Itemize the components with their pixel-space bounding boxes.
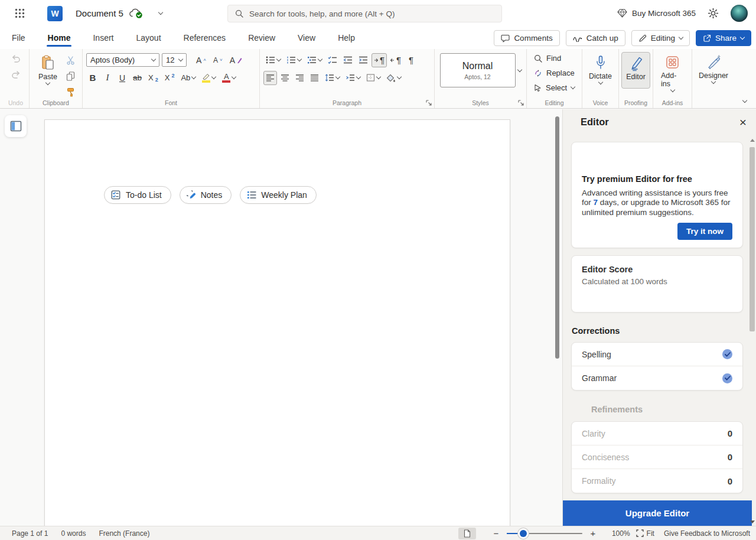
justify-button[interactable] — [308, 71, 321, 85]
formality-row[interactable]: Formality 0 — [572, 469, 742, 493]
redo-button[interactable] — [9, 68, 23, 82]
catch-up-button[interactable]: Catch up — [566, 30, 625, 46]
editing-mode-button[interactable]: Editing — [631, 30, 690, 46]
increase-indent-button[interactable] — [356, 53, 370, 67]
align-left-button[interactable] — [263, 71, 277, 85]
paste-button[interactable]: Paste — [34, 52, 61, 99]
zoom-out-button[interactable]: − — [490, 528, 502, 538]
user-avatar[interactable] — [731, 5, 748, 22]
tab-file[interactable]: File — [12, 28, 25, 48]
zoom-in-button[interactable]: + — [587, 528, 599, 538]
align-right-button[interactable] — [293, 71, 307, 85]
tab-view[interactable]: View — [298, 28, 315, 48]
try-it-now-button[interactable]: Try it now — [677, 223, 732, 240]
clear-formatting-button[interactable]: A — [227, 53, 245, 67]
tab-layout[interactable]: Layout — [136, 28, 161, 48]
editor-button[interactable]: Editor — [621, 52, 650, 89]
clarity-row[interactable]: Clarity 0 — [572, 422, 742, 445]
app-launcher-icon[interactable] — [9, 4, 30, 24]
editor-pane-scrollbar[interactable] — [749, 139, 755, 523]
share-button[interactable]: Share — [696, 30, 751, 46]
undo-button[interactable] — [9, 52, 23, 66]
tab-help[interactable]: Help — [338, 28, 355, 48]
weekly-plan-pill-button[interactable]: Weekly Plan — [240, 186, 317, 204]
zoom-level[interactable]: 100% — [612, 529, 630, 538]
scroll-up-icon[interactable] — [750, 139, 755, 142]
document-title[interactable]: Document 5 — [76, 8, 123, 18]
addins-button[interactable]: Add-ins — [657, 52, 688, 93]
italic-button[interactable]: I — [101, 71, 114, 85]
grammar-row[interactable]: Grammar — [572, 366, 742, 390]
align-center-button[interactable] — [278, 71, 292, 85]
font-name-select[interactable]: Aptos (Body) — [86, 53, 159, 67]
tab-references[interactable]: References — [184, 28, 226, 48]
subscript-button[interactable]: X2 — [146, 71, 161, 85]
page-info[interactable]: Page 1 of 1 — [12, 529, 48, 538]
cut-button[interactable] — [64, 53, 77, 67]
grow-font-button[interactable]: A˄ — [194, 53, 208, 67]
notes-pill-button[interactable]: Notes — [180, 186, 232, 204]
strikethrough-button[interactable]: ab — [131, 71, 144, 85]
styles-gallery-chevron-icon[interactable] — [517, 67, 522, 71]
comments-button[interactable]: Comments — [494, 30, 559, 46]
bold-button[interactable]: B — [86, 71, 99, 85]
word-count[interactable]: 0 words — [61, 529, 86, 538]
rtl-direction-button[interactable]: ¶ — [388, 53, 403, 67]
print-layout-view-button[interactable] — [458, 528, 476, 539]
highlight-color-button[interactable] — [200, 71, 218, 85]
change-case-button[interactable]: Ab — [178, 71, 198, 85]
replace-button[interactable]: Replace — [534, 67, 578, 79]
format-painter-button[interactable] — [64, 85, 77, 99]
show-formatting-button[interactable]: ¶ — [405, 53, 418, 67]
find-button[interactable]: Find — [534, 52, 578, 64]
multilevel-list-button[interactable] — [305, 53, 324, 67]
numbering-button[interactable] — [284, 53, 304, 67]
tab-home[interactable]: Home — [48, 28, 71, 48]
tab-review[interactable]: Review — [248, 28, 275, 48]
scroll-down-icon[interactable] — [750, 521, 755, 523]
bullets-button[interactable] — [263, 53, 283, 67]
settings-gear-icon[interactable] — [708, 8, 719, 19]
borders-button[interactable] — [364, 71, 383, 85]
upgrade-editor-button[interactable]: Upgrade Editor — [563, 500, 752, 526]
fit-to-page-button[interactable]: Fit — [636, 529, 654, 538]
document-scrollbar[interactable] — [555, 116, 559, 359]
font-color-button[interactable]: A — [220, 71, 238, 85]
todo-list-pill-button[interactable]: To-do List — [104, 186, 171, 204]
navigation-pane-button[interactable] — [5, 115, 27, 137]
tab-insert[interactable]: Insert — [93, 28, 113, 48]
paragraph-spacing-button[interactable] — [343, 71, 363, 85]
decrease-indent-button[interactable] — [341, 53, 355, 67]
style-gallery-normal[interactable]: Normal Aptos, 12 — [440, 53, 516, 87]
search-input[interactable]: Search for tools, help, and more (Alt + … — [227, 5, 502, 22]
copy-button[interactable] — [64, 69, 77, 83]
zoom-slider-thumb[interactable] — [520, 530, 527, 537]
styles-dialog-launcher-icon[interactable] — [518, 100, 524, 106]
checklist-button[interactable] — [325, 53, 340, 67]
paragraph-dialog-launcher-icon[interactable] — [426, 100, 432, 106]
saved-to-cloud-icon[interactable] — [129, 8, 144, 19]
underline-button[interactable]: U — [116, 71, 129, 85]
superscript-button[interactable]: X2 — [162, 71, 177, 85]
scroll-thumb[interactable] — [750, 147, 755, 331]
shrink-font-button[interactable]: A˅ — [211, 53, 225, 67]
buy-microsoft-365-button[interactable]: Buy Microsoft 365 — [617, 9, 696, 18]
line-spacing-button[interactable] — [322, 71, 342, 85]
collapse-ribbon-chevron-icon[interactable] — [742, 98, 747, 103]
language-status[interactable]: French (France) — [99, 529, 149, 538]
document-page[interactable]: To-do List Notes Weekly Plan — [44, 119, 510, 532]
document-title-chevron-icon[interactable] — [158, 10, 163, 15]
editor-score-title: Editor Score — [582, 265, 732, 274]
ltr-direction-button[interactable]: ¶ — [372, 53, 387, 67]
dictate-button[interactable]: Dictate — [585, 52, 616, 85]
shading-button[interactable] — [384, 71, 403, 85]
select-button[interactable]: Select — [534, 82, 578, 94]
zoom-slider[interactable] — [507, 533, 582, 534]
close-pane-icon[interactable]: × — [739, 116, 747, 128]
feedback-link[interactable]: Give Feedback to Microsoft — [664, 529, 750, 538]
font-size-select[interactable]: 12 — [162, 53, 187, 67]
conciseness-row[interactable]: Conciseness 0 — [572, 445, 742, 469]
spelling-row[interactable]: Spelling — [572, 343, 742, 366]
word-logo-icon[interactable]: W — [47, 6, 63, 21]
designer-button[interactable]: Designer — [695, 52, 732, 84]
